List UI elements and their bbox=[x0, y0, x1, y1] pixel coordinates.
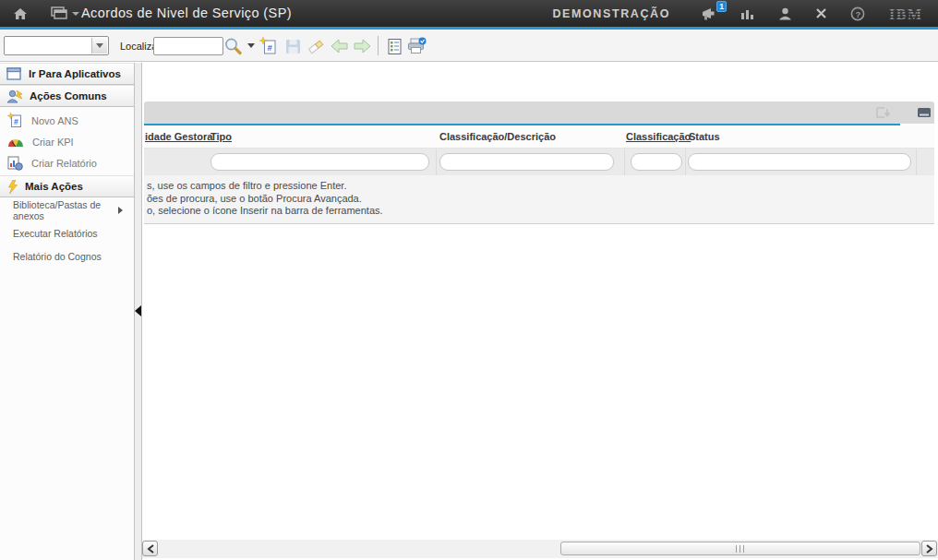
column-divider bbox=[436, 149, 437, 175]
filter-classificacao-input[interactable] bbox=[631, 153, 682, 171]
scrollbar-thumb[interactable] bbox=[560, 542, 920, 555]
new-sla-icon: # bbox=[7, 113, 23, 128]
column-header-tipo[interactable]: Tipo bbox=[210, 125, 232, 149]
help-line: s, use os campos de filtro e pressione E… bbox=[147, 180, 934, 193]
collapse-sidebar-icon[interactable] bbox=[135, 305, 141, 316]
table-column-headers: idade Gestora Tipo Classificação/Descriç… bbox=[144, 125, 934, 149]
sidebar-item-label: Criar Relatório bbox=[31, 158, 97, 169]
sidebar-goto-applications[interactable]: Ir Para Aplicativos bbox=[0, 63, 134, 85]
main-content: idade Gestora Tipo Classificação/Descriç… bbox=[142, 63, 938, 560]
filter-status-input[interactable] bbox=[688, 153, 911, 171]
column-divider bbox=[624, 149, 625, 175]
more-actions-label: Mais Ações bbox=[25, 181, 83, 192]
notifications-icon[interactable]: 1 bbox=[701, 7, 717, 20]
help-line: ões de procura, use o botão Procura Avan… bbox=[147, 193, 934, 206]
previous-record-button[interactable] bbox=[329, 36, 349, 56]
home-icon[interactable] bbox=[13, 0, 28, 27]
search-icon[interactable] bbox=[222, 36, 243, 56]
profile-icon[interactable] bbox=[778, 7, 792, 20]
sidebar-item-executar-relatorios[interactable]: Executar Relatórios bbox=[0, 222, 134, 244]
ibm-logo: IBM bbox=[888, 6, 931, 21]
svg-text:?: ? bbox=[855, 8, 860, 18]
sidebar-item-label: Novo ANS bbox=[31, 115, 78, 126]
table-filter-row bbox=[144, 149, 934, 175]
column-header-classificacao[interactable]: Classificação bbox=[626, 125, 691, 149]
submenu-arrow-icon bbox=[118, 207, 123, 214]
sidebar-section-common-actions[interactable]: Ações Comuns bbox=[0, 85, 134, 107]
app-menu-icon[interactable] bbox=[51, 0, 68, 27]
svg-text:#: # bbox=[14, 117, 18, 126]
sidebar-item-label: Executar Relatórios bbox=[13, 228, 98, 239]
column-header-unidade-gestora[interactable]: idade Gestora bbox=[145, 125, 212, 149]
sidebar-item-criar-relatorio[interactable]: Criar Relatório bbox=[0, 152, 134, 173]
create-report-icon bbox=[7, 156, 23, 171]
sidebar-item-label: Relatório do Cognos bbox=[13, 251, 102, 262]
notification-badge: 1 bbox=[716, 1, 727, 12]
applications-window-icon bbox=[6, 67, 22, 80]
column-header-status: Status bbox=[689, 125, 720, 149]
column-divider bbox=[685, 149, 686, 175]
search-options-chevron-icon[interactable] bbox=[247, 43, 255, 48]
common-actions-label: Ações Comuns bbox=[30, 90, 107, 101]
scroll-right-button[interactable] bbox=[921, 541, 937, 556]
export-rows-icon[interactable] bbox=[875, 106, 891, 119]
table-titlebar bbox=[144, 101, 934, 124]
titlebar-right-group: DEMONSTRAÇÃO 1 bbox=[552, 0, 931, 27]
save-button[interactable] bbox=[283, 36, 303, 56]
next-record-button[interactable] bbox=[352, 36, 372, 56]
column-header-classificacao-descricao: Classificação/Descrição bbox=[439, 125, 556, 149]
goto-applications-label: Ir Para Aplicativos bbox=[29, 68, 121, 79]
main-toolbar: Localizar: # bbox=[0, 30, 938, 62]
sidebar-section-more-actions[interactable]: Mais Ações bbox=[0, 175, 134, 197]
reports-button[interactable] bbox=[384, 36, 404, 56]
find-input[interactable] bbox=[153, 37, 223, 55]
new-record-button[interactable]: # bbox=[259, 36, 279, 56]
scrollbar-grip-icon bbox=[736, 545, 745, 553]
app-menu-chevron-icon[interactable] bbox=[72, 12, 79, 16]
column-divider bbox=[916, 149, 917, 175]
sidebar: Ir Para Aplicativos Ações Comuns # No bbox=[0, 63, 134, 560]
scroll-left-button[interactable] bbox=[142, 541, 158, 556]
filter-classificacao-descricao-input[interactable] bbox=[439, 153, 614, 171]
environment-label: DEMONSTRAÇÃO bbox=[552, 7, 670, 20]
chevron-down-icon[interactable] bbox=[91, 38, 107, 54]
page-title: Acordos de Nivel de Serviço (SP) bbox=[81, 0, 292, 27]
sidebar-item-label: Biblioteca/Pastas de anexos bbox=[13, 199, 134, 221]
horizontal-scrollbar[interactable] bbox=[142, 540, 938, 558]
more-actions-bolt-icon bbox=[6, 180, 18, 194]
application-window: Acordos de Nivel de Serviço (SP) DEMONST… bbox=[0, 0, 938, 560]
help-icon[interactable]: ? bbox=[850, 6, 865, 21]
common-actions-icon bbox=[6, 89, 23, 103]
svg-text:IBM: IBM bbox=[889, 6, 923, 21]
report-chart-icon[interactable] bbox=[740, 7, 755, 19]
help-line: o, selecione o ícone Inserir na barra de… bbox=[147, 205, 934, 218]
sidebar-item-novo-ans[interactable]: # Novo ANS bbox=[0, 110, 134, 131]
clear-changes-button[interactable] bbox=[306, 36, 326, 56]
print-button[interactable] bbox=[406, 36, 427, 56]
titlebar: Acordos de Nivel de Serviço (SP) DEMONST… bbox=[0, 0, 938, 27]
sidebar-splitter[interactable] bbox=[134, 63, 142, 560]
kpi-gauge-icon bbox=[7, 137, 24, 148]
sidebar-item-label: Criar KPI bbox=[32, 137, 74, 148]
sidebar-item-relatorio-cognos[interactable]: Relatório do Cognos bbox=[0, 245, 134, 267]
sidebar-item-biblioteca-anexos[interactable]: Biblioteca/Pastas de anexos bbox=[0, 199, 134, 220]
sidebar-item-criar-kpi[interactable]: Criar KPI bbox=[0, 131, 134, 152]
table-help-panel: s, use os campos de filtro e pressione E… bbox=[144, 175, 934, 224]
close-icon[interactable] bbox=[815, 7, 827, 19]
filter-tipo-input[interactable] bbox=[210, 153, 429, 171]
app-switcher-select[interactable] bbox=[4, 36, 109, 55]
svg-text:#: # bbox=[268, 42, 273, 53]
toolbar-separator bbox=[378, 36, 379, 55]
minimize-table-icon[interactable] bbox=[918, 108, 931, 117]
